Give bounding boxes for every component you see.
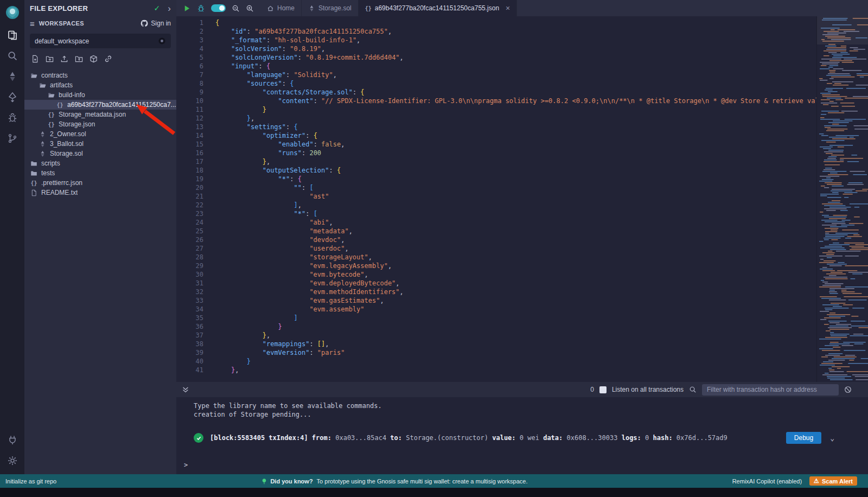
file-tree-item[interactable]: Storage.sol <box>24 149 176 158</box>
file-tree-item[interactable]: 2_Owner.sol <box>24 129 176 139</box>
code-line: "enabled": false, <box>215 140 816 149</box>
code-line: "solcVersion": "0.8.19", <box>215 44 816 53</box>
line-number: 28 <box>176 253 203 262</box>
editor-toolbar <box>176 0 260 16</box>
scam-alert-label: Scam Alert <box>822 478 853 485</box>
run-script-icon[interactable] <box>183 4 191 12</box>
terminal-header: 0 Listen on all transactions <box>176 382 868 397</box>
tab-a69b43f277ba20fcac141151250ca755-json[interactable]: {}a69b43f277ba20fcac141151250ca755.json× <box>359 0 518 16</box>
solidity-icon <box>39 131 47 138</box>
link-icon[interactable] <box>104 55 112 65</box>
line-number: 13 <box>176 123 203 131</box>
git-icon[interactable] <box>0 128 24 149</box>
solidity-icon <box>39 141 47 148</box>
code-line: "remappings": [], <box>215 340 816 348</box>
line-number: 23 <box>176 209 203 218</box>
bug-icon[interactable] <box>197 4 205 12</box>
menu-icon[interactable]: ≡ <box>30 19 35 28</box>
debug-button[interactable]: Debug <box>786 432 821 444</box>
file-explorer-icon[interactable] <box>0 25 24 46</box>
file-tree-item[interactable]: README.txt <box>24 188 176 197</box>
line-number: 36 <box>176 322 203 331</box>
line-number: 31 <box>176 279 203 288</box>
clear-console-icon[interactable] <box>844 386 852 393</box>
upload-file-icon[interactable] <box>60 55 68 65</box>
workspace-select[interactable]: default_workspace <box>30 34 171 48</box>
main-area: FILE EXPLORER ✓ › ≡ WORKSPACES Sign in d… <box>0 0 868 474</box>
file-name: 3_Ballot.sol <box>50 140 84 148</box>
workspace-name: default_workspace <box>35 37 158 45</box>
remix-logo-icon[interactable] <box>0 0 24 25</box>
file-name: Storage.sol <box>50 150 83 157</box>
file-name: artifacts <box>50 81 73 89</box>
folder-icon <box>30 170 38 177</box>
chevron-right-icon[interactable]: › <box>168 4 171 13</box>
copilot-status[interactable]: RemixAI Copilot (enabled) <box>732 478 802 485</box>
sign-in-button[interactable]: Sign in <box>141 20 171 27</box>
code-editor[interactable]: 1234567891011121314151617181920212223242… <box>176 16 868 382</box>
file-name: scripts <box>41 160 60 167</box>
tab-home[interactable]: Home <box>260 0 302 16</box>
debugger-icon[interactable] <box>0 107 24 128</box>
solidity-compiler-icon[interactable] <box>0 66 24 87</box>
git-init-button[interactable]: Initialize as git repo <box>5 478 56 485</box>
line-number: 21 <box>176 192 203 201</box>
code-line: }, <box>215 366 816 374</box>
chevron-down-icon[interactable]: ⌄ <box>830 434 834 442</box>
folder-open-icon <box>47 92 55 99</box>
file-tree-item[interactable]: {}Storage.json <box>24 119 176 129</box>
upload-folder-icon[interactable] <box>75 55 83 65</box>
code-line: } <box>215 357 816 366</box>
file-tree-item[interactable]: artifacts <box>24 80 176 90</box>
line-number: 3 <box>176 36 203 44</box>
plugin-manager-icon[interactable] <box>0 430 24 450</box>
file-tree-item[interactable]: scripts <box>24 158 176 168</box>
file-tree-item[interactable]: {}.prettierrc.json <box>24 178 176 188</box>
line-number: 40 <box>176 357 203 366</box>
file-tree-item[interactable]: contracts <box>24 71 176 80</box>
ipfs-box-icon[interactable] <box>90 55 98 65</box>
workspaces-row: ≡ WORKSPACES Sign in <box>24 16 176 30</box>
deploy-run-icon[interactable] <box>0 87 24 107</box>
window-edge <box>0 488 868 497</box>
search-icon[interactable] <box>0 46 24 66</box>
tab-storage-sol[interactable]: Storage.sol <box>302 0 359 16</box>
filter-input[interactable] <box>702 384 839 396</box>
file-name: contracts <box>41 72 68 79</box>
transaction-log-text: [block:5583405 txIndex:4] from: 0xa03...… <box>210 434 786 442</box>
tab-label: Home <box>277 4 295 12</box>
record-toggle[interactable] <box>211 4 226 12</box>
minimap-canvas <box>817 16 868 382</box>
workspaces-label: WORKSPACES <box>39 20 137 27</box>
warning-icon: ⚠ <box>814 477 819 485</box>
line-number: 5 <box>176 53 203 62</box>
collapse-terminal-icon[interactable] <box>182 386 189 393</box>
file-tree-item[interactable]: {}Storage_metadata.json <box>24 110 176 119</box>
terminal[interactable]: Type the library name to see available c… <box>176 397 868 474</box>
new-folder-icon[interactable] <box>46 55 54 65</box>
search-icon[interactable] <box>689 386 697 393</box>
editor-tabs: HomeStorage.sol{}a69b43f277ba20fcac14115… <box>260 0 517 16</box>
tip-text: To prototype using the Gnosis safe multi… <box>317 478 528 485</box>
file-tree-item[interactable]: build-info <box>24 90 176 100</box>
scam-alert-badge[interactable]: ⚠ Scam Alert <box>809 476 857 486</box>
code-line: "_format": "hh-sol-build-info-1", <box>215 36 816 44</box>
new-file-icon[interactable] <box>31 55 39 65</box>
code-line: "evmVersion": "paris" <box>215 348 816 357</box>
settings-icon[interactable] <box>0 450 24 471</box>
code-line: "language": "Solidity", <box>215 71 816 79</box>
line-number: 41 <box>176 366 203 374</box>
zoom-in-icon[interactable] <box>246 4 254 12</box>
file-tree-item[interactable]: {}a69b43f277ba20fcac141151250ca7... <box>24 100 176 110</box>
zoom-out-icon[interactable] <box>232 4 240 12</box>
listen-checkbox[interactable] <box>599 386 607 393</box>
panel-title: FILE EXPLORER <box>30 4 154 12</box>
file-tree-item[interactable]: 3_Ballot.sol <box>24 139 176 149</box>
file-tree-item[interactable]: tests <box>24 168 176 178</box>
transaction-row[interactable]: [block:5583405 txIndex:4] from: 0xa03...… <box>194 432 868 444</box>
minimap[interactable] <box>816 16 868 382</box>
code-line: "*": [ <box>215 209 816 218</box>
file-name: 2_Owner.sol <box>50 130 86 138</box>
close-icon[interactable]: × <box>506 4 510 12</box>
line-number: 8 <box>176 79 203 88</box>
